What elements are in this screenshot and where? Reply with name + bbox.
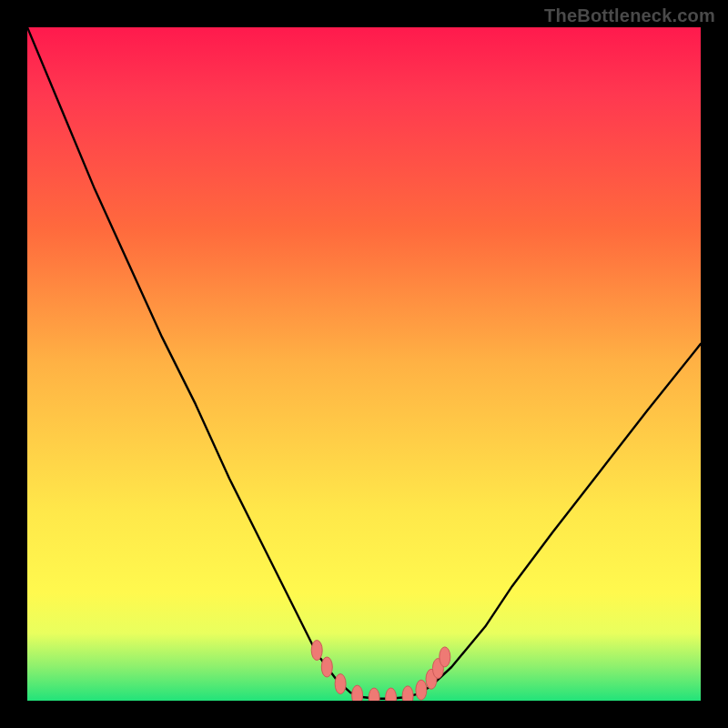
curve-marker (440, 647, 450, 667)
curve-marker (321, 657, 332, 677)
curve-marker (352, 685, 363, 701)
curve-marker (386, 688, 397, 701)
curve-marker (369, 688, 379, 701)
bottleneck-curve (27, 27, 701, 699)
attribution-text: TheBottleneck.com (544, 5, 715, 26)
plot-area (27, 27, 701, 701)
chart-svg (27, 27, 701, 701)
curve-marker (402, 686, 413, 701)
chart-frame: TheBottleneck.com (0, 0, 728, 728)
curve-marker (335, 674, 346, 694)
curve-marker (311, 641, 322, 661)
marker-group (311, 641, 450, 702)
curve-marker (416, 680, 427, 700)
